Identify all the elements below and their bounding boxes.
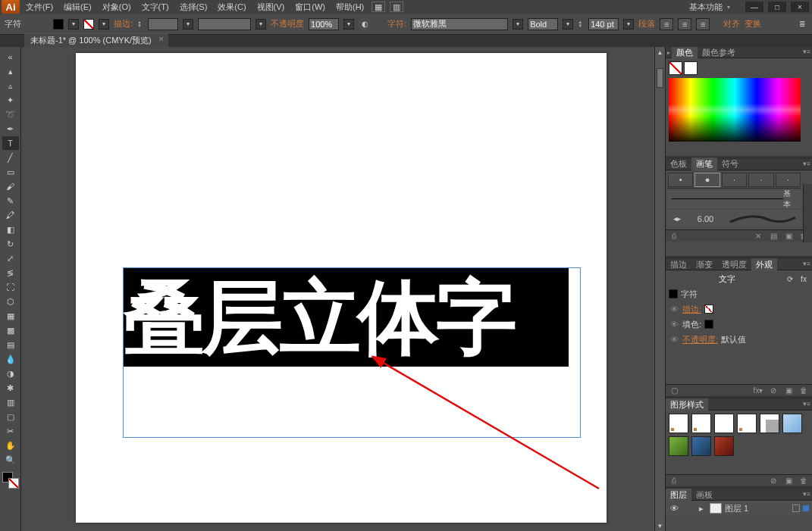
pencil-tool[interactable]: ✎ bbox=[2, 194, 19, 208]
menu-file[interactable]: 文件(F) bbox=[23, 0, 56, 14]
tab-appearance[interactable]: 外观 bbox=[751, 258, 777, 271]
stroke-weight-field[interactable] bbox=[148, 18, 178, 30]
brush-size-stepper-icon[interactable]: ◂▸ bbox=[672, 214, 682, 224]
color-panel-menu-icon[interactable]: ▾≡ bbox=[803, 48, 810, 55]
brush-basic-row[interactable]: 基本 bbox=[667, 190, 801, 208]
free-transform-tool[interactable]: ⛶ bbox=[2, 280, 19, 294]
gradient-tool[interactable]: ▤ bbox=[2, 338, 19, 351]
graphic-style-3[interactable] bbox=[714, 414, 734, 433]
recolor-icon[interactable]: ◐ bbox=[359, 18, 371, 30]
layer-row-1[interactable]: 👁 ▸ 图层 1 bbox=[666, 501, 812, 516]
eye-icon-stroke[interactable]: 👁 bbox=[669, 305, 679, 314]
gstyle-delete-icon[interactable]: 🗑 bbox=[798, 476, 809, 486]
column-graph-tool[interactable]: ▥ bbox=[2, 395, 19, 409]
stroke-swatch[interactable] bbox=[83, 19, 94, 30]
workspace-switcher[interactable]: 基本功能 bbox=[689, 2, 723, 13]
brush-preset-5[interactable]: · bbox=[776, 173, 801, 187]
tab-color[interactable]: 颜色 bbox=[672, 47, 698, 59]
align-center-button[interactable]: ≡ bbox=[678, 18, 691, 30]
mesh-tool[interactable]: ▩ bbox=[2, 323, 19, 337]
pen-tool[interactable]: ✒ bbox=[2, 122, 19, 136]
graphic-style-5[interactable] bbox=[760, 414, 779, 433]
font-size-stepper[interactable]: ▲▼ bbox=[578, 20, 584, 28]
brush-panel-scrollbar[interactable] bbox=[803, 184, 812, 243]
graphic-style-2[interactable] bbox=[691, 414, 711, 433]
hand-tool[interactable]: ✋ bbox=[2, 439, 19, 452]
fill-swatch[interactable] bbox=[53, 19, 64, 30]
graphic-style-9[interactable] bbox=[714, 436, 734, 456]
type-frame[interactable]: 叠层立体字 bbox=[123, 267, 581, 438]
width-tool[interactable]: ≶ bbox=[2, 266, 19, 280]
font-family-field[interactable]: 微软雅黑 bbox=[411, 18, 508, 30]
font-family-dropdown[interactable]: ▾ bbox=[513, 19, 523, 30]
color-stroke-swatch[interactable] bbox=[684, 61, 698, 75]
menu-type[interactable]: 文字(T) bbox=[139, 0, 172, 14]
appearance-stroke-label[interactable]: 描边: bbox=[682, 304, 701, 315]
appearance-panel-menu-icon[interactable]: ▾≡ bbox=[803, 260, 810, 267]
window-minimize-button[interactable]: — bbox=[745, 2, 763, 12]
eraser-tool[interactable]: ◧ bbox=[2, 223, 19, 236]
tab-swatches[interactable]: 色板 bbox=[666, 158, 691, 170]
brush-libraries-icon[interactable]: ⎙ bbox=[669, 230, 679, 241]
stroke-weight-dropdown[interactable]: ▾ bbox=[183, 19, 193, 30]
menu-view[interactable]: 视图(V) bbox=[254, 0, 288, 14]
main-type-content[interactable]: 叠层立体字 bbox=[124, 277, 514, 358]
eyedropper-tool[interactable]: 💧 bbox=[2, 352, 19, 366]
appearance-add-fx-icon[interactable]: fx▾ bbox=[753, 386, 763, 396]
graphic-style-8[interactable] bbox=[691, 436, 711, 456]
gstyle-libraries-icon[interactable]: ⎙ bbox=[669, 476, 679, 486]
appearance-opacity-label[interactable]: 不透明度: bbox=[682, 334, 718, 345]
appearance-fill-swatch[interactable] bbox=[704, 320, 713, 329]
layer-name-label[interactable]: 图层 1 bbox=[725, 503, 748, 514]
appearance-row-opacity[interactable]: 👁 不透明度: 默认值 bbox=[666, 332, 812, 347]
align-panel-label[interactable]: 对齐 bbox=[723, 18, 740, 30]
brush-preset-4[interactable]: · bbox=[748, 173, 773, 187]
graphic-style-4[interactable] bbox=[737, 414, 757, 433]
graphic-style-6[interactable] bbox=[782, 414, 802, 433]
layers-panel-menu-icon[interactable]: ▾≡ bbox=[803, 490, 810, 498]
brush-preset-1[interactable]: • bbox=[668, 173, 693, 187]
menu-window[interactable]: 窗口(W) bbox=[292, 0, 328, 14]
window-close-button[interactable]: × bbox=[791, 2, 809, 12]
opacity-dropdown[interactable]: ▾ bbox=[343, 19, 354, 30]
lasso-tool[interactable]: ➰ bbox=[2, 108, 19, 121]
paragraph-label[interactable]: 段落 bbox=[638, 18, 655, 30]
appearance-stroke-swatch[interactable] bbox=[704, 305, 713, 314]
scrollbar-thumb[interactable] bbox=[657, 68, 663, 88]
stroke-weight-stepper[interactable]: ▲▼ bbox=[137, 20, 143, 28]
options-menu-icon[interactable]: ≣ bbox=[797, 19, 807, 30]
canvas-vertical-scrollbar[interactable]: ▲ ▼ bbox=[654, 47, 665, 531]
fill-dropdown-icon[interactable]: ▾ bbox=[68, 19, 79, 30]
appearance-dup-icon[interactable]: ▣ bbox=[783, 386, 794, 396]
font-size-dropdown[interactable]: ▾ bbox=[623, 19, 634, 30]
direct-selection-tool[interactable]: ▵ bbox=[2, 79, 19, 92]
menu-select[interactable]: 选择(S) bbox=[177, 0, 211, 14]
zoom-tool[interactable]: 🔍 bbox=[2, 453, 19, 467]
tab-color-guide[interactable]: 颜色参考 bbox=[698, 47, 740, 59]
align-right-button[interactable]: ≡ bbox=[696, 18, 710, 30]
appearance-target-icon[interactable]: ⟳ bbox=[785, 274, 795, 285]
workspace-dropdown-icon[interactable]: ▾ bbox=[727, 4, 730, 11]
color-spectrum[interactable] bbox=[669, 78, 801, 142]
stroke-dropdown-icon[interactable]: ▾ bbox=[99, 19, 109, 30]
opacity-field[interactable]: 100% bbox=[309, 18, 339, 30]
blend-tool[interactable]: ◑ bbox=[2, 367, 19, 380]
appearance-row-fill[interactable]: 👁 填色: bbox=[666, 317, 812, 332]
brush-sample-row[interactable]: ◂▸ 6.00 bbox=[667, 210, 801, 228]
variable-width-field[interactable] bbox=[198, 18, 251, 30]
appearance-fx-icon[interactable]: fx bbox=[798, 274, 809, 285]
menu-edit[interactable]: 编辑(E) bbox=[61, 0, 95, 14]
tab-symbols[interactable]: 符号 bbox=[717, 158, 743, 170]
type-tool[interactable]: T bbox=[2, 136, 19, 150]
brush-preset-2[interactable]: ● bbox=[694, 173, 720, 187]
graphic-style-1[interactable] bbox=[669, 414, 688, 433]
shape-builder-tool[interactable]: ⬡ bbox=[2, 295, 19, 308]
perspective-grid-tool[interactable]: ▦ bbox=[2, 309, 19, 323]
tab-brushes[interactable]: 画笔 bbox=[691, 158, 717, 170]
artboard[interactable]: 叠层立体字 bbox=[76, 53, 607, 523]
layer-visibility-icon[interactable]: 👁 bbox=[669, 504, 679, 513]
line-tool[interactable]: ╱ bbox=[2, 151, 19, 164]
magic-wand-tool[interactable]: ✦ bbox=[2, 93, 19, 107]
tab-artboards[interactable]: 画板 bbox=[691, 489, 717, 501]
appearance-clear-icon[interactable]: ⊘ bbox=[768, 386, 779, 396]
